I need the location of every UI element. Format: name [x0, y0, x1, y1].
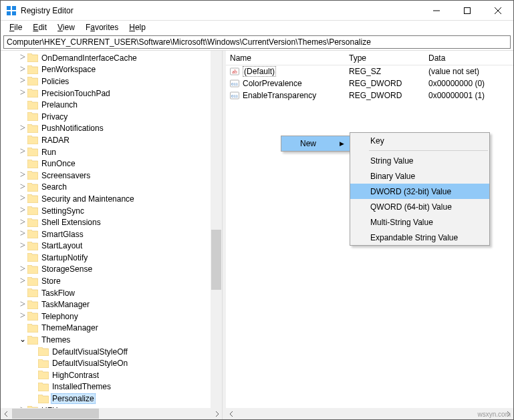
folder-icon [38, 382, 49, 391]
scrollbar-thumb[interactable] [12, 409, 99, 419]
scroll-right-icon[interactable] [211, 408, 222, 419]
tree-item[interactable]: InstalledThemes [1, 381, 222, 393]
folder-icon [27, 218, 38, 227]
context-menu-item[interactable]: String Value [350, 153, 489, 168]
tree-item[interactable]: >Policies [1, 75, 222, 87]
tree-item[interactable]: >PrecisionTouchPad [1, 87, 222, 99]
column-header-name[interactable]: Name [226, 52, 345, 64]
context-menu-item-label: DWORD (32-bit) Value [370, 187, 451, 196]
tree-item-label: Store [40, 276, 62, 286]
context-menu-item-label: Binary Value [370, 172, 415, 181]
tree-toggle-icon[interactable]: > [18, 310, 27, 321]
tree-item[interactable]: Prelaunch [1, 99, 222, 111]
tree-toggle-icon[interactable]: > [18, 87, 27, 98]
tree-item[interactable]: >Shell Extensions [1, 216, 222, 228]
tree-toggle-icon[interactable]: > [18, 204, 27, 216]
context-menu-item[interactable]: Expandable String Value [350, 230, 489, 245]
tree-toggle-icon[interactable]: > [18, 122, 27, 134]
tree-item-label: Telephony [40, 312, 80, 321]
tree-item[interactable]: >StorageSense [1, 264, 222, 276]
tree-item[interactable]: Personalize [1, 393, 222, 405]
scrollbar-thumb[interactable] [211, 230, 221, 290]
context-menu-item[interactable]: QWORD (64-bit) Value [350, 199, 489, 214]
scroll-left-icon[interactable] [226, 408, 237, 419]
tree-toggle-icon[interactable]: > [18, 216, 27, 228]
value-data: (value not set) [424, 67, 513, 76]
tree-item[interactable]: TaskFlow [1, 287, 222, 299]
tree-item[interactable]: Privacy [1, 111, 222, 123]
context-menu-item[interactable]: Multi-String Value [350, 214, 489, 230]
tree-toggle-icon[interactable]: > [18, 75, 27, 86]
context-menu-item[interactable]: Binary Value [350, 168, 489, 184]
menu-help[interactable]: Help [124, 22, 150, 33]
tree-pane: >OnDemandInterfaceCache>PenWorkspace>Pol… [1, 51, 223, 419]
folder-icon [38, 347, 49, 357]
menu-favorites[interactable]: Favorites [81, 22, 123, 33]
maximize-button[interactable] [452, 1, 483, 21]
list-horizontal-scrollbar[interactable] [226, 408, 513, 419]
close-button[interactable] [483, 1, 513, 21]
dword-value-icon: 011 [230, 79, 239, 88]
submenu-arrow-icon: ▶ [340, 140, 344, 147]
svg-rect-2 [7, 11, 11, 15]
context-item-new[interactable]: New ▶ [281, 136, 350, 151]
tree-item[interactable]: >StartLayout [1, 240, 222, 252]
menu-view[interactable]: View [53, 22, 80, 33]
tree-vertical-scrollbar[interactable] [211, 51, 222, 408]
tree-item[interactable]: >Search [1, 182, 222, 194]
column-header-data[interactable]: Data [424, 52, 513, 64]
tree-toggle-icon[interactable]: > [18, 192, 27, 204]
list-row[interactable]: 011EnableTransparencyREG_DWORD0x00000001… [226, 89, 513, 101]
column-header-type[interactable]: Type [345, 52, 424, 64]
tree-toggle-icon[interactable]: > [18, 63, 27, 75]
tree-toggle-icon[interactable]: > [18, 51, 27, 63]
tree-item[interactable]: >PushNotifications [1, 123, 222, 135]
tree-toggle-icon[interactable]: > [18, 146, 27, 157]
tree-toggle-icon[interactable]: > [18, 275, 27, 286]
tree-item[interactable]: >Telephony [1, 310, 222, 323]
menu-file[interactable]: File [5, 22, 27, 33]
tree-item[interactable]: StartupNotify [1, 252, 222, 264]
folder-icon [38, 394, 49, 403]
tree-item[interactable]: DefaultVisualStyleOff [1, 346, 222, 358]
tree-item[interactable]: >PenWorkspace [1, 64, 222, 76]
folder-icon [27, 264, 38, 274]
folder-icon [27, 136, 38, 145]
context-menu-item[interactable]: Key [350, 133, 489, 148]
tree-item[interactable]: >SettingSync [1, 205, 222, 217]
tree-toggle-icon[interactable]: > [18, 263, 27, 274]
tree-toggle-icon[interactable]: > [18, 181, 27, 192]
tree-item[interactable]: >Security and Maintenance [1, 193, 222, 205]
tree-item[interactable]: HighContrast [1, 369, 222, 381]
folder-icon [27, 182, 38, 192]
tree-item[interactable]: RunOnce [1, 158, 222, 170]
value-data: 0x00000001 (1) [424, 91, 513, 100]
tree-item[interactable]: >Run [1, 146, 222, 158]
scroll-left-icon[interactable] [1, 408, 12, 419]
tree-toggle-icon[interactable]: > [18, 228, 27, 239]
tree-item[interactable]: >Screensavers [1, 170, 222, 182]
list-row[interactable]: 011ColorPrevalenceREG_DWORD0x00000000 (0… [226, 77, 513, 89]
tree-item-label: Privacy [40, 112, 69, 122]
tree-item[interactable]: >SmartGlass [1, 228, 222, 240]
tree-item[interactable]: ⌄Themes [1, 334, 222, 346]
tree-item[interactable]: >Store [1, 275, 222, 287]
tree-toggle-icon[interactable]: > [18, 240, 27, 251]
tree-item[interactable]: >OnDemandInterfaceCache [1, 52, 222, 64]
minimize-button[interactable] [421, 1, 452, 21]
tree-item[interactable]: DefaultVisualStyleOn [1, 357, 222, 369]
address-bar[interactable]: Computer\HKEY_CURRENT_USER\Software\Micr… [3, 35, 511, 49]
tree-toggle-icon[interactable]: > [18, 298, 27, 310]
tree-item[interactable]: RADAR [1, 134, 222, 146]
menu-edit[interactable]: Edit [28, 22, 51, 33]
tree-item[interactable]: ThemeManager [1, 323, 222, 335]
context-menu-item-label: Expandable String Value [370, 233, 458, 242]
list-row[interactable]: ab(Default)REG_SZ(value not set) [226, 65, 513, 77]
tree-toggle-icon[interactable]: > [18, 169, 27, 180]
tree-horizontal-scrollbar[interactable] [1, 408, 222, 419]
tree-item-label: Security and Maintenance [40, 194, 136, 204]
tree-toggle-icon[interactable]: ⌄ [18, 335, 27, 345]
tree-item[interactable]: >TaskManager [1, 298, 222, 310]
context-menu-item[interactable]: DWORD (32-bit) Value [350, 184, 489, 199]
folder-icon [27, 335, 38, 345]
